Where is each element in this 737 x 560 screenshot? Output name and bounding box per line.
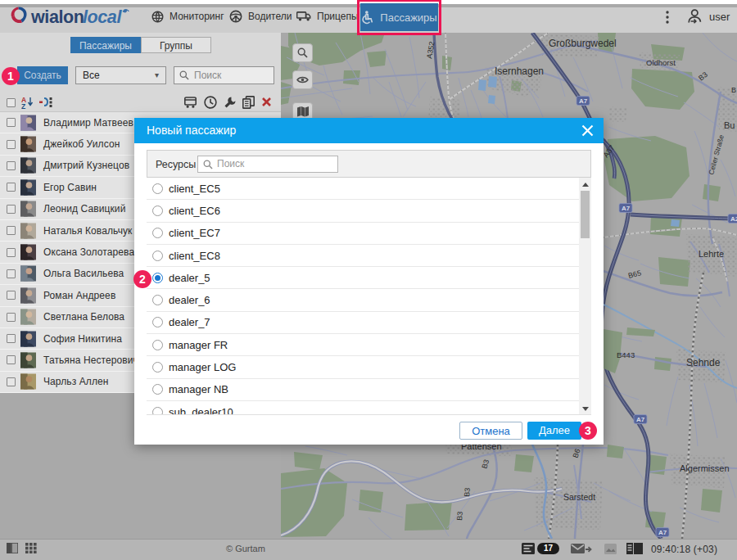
svg-text:A7: A7 xyxy=(636,416,645,423)
svg-text:Isernhagen: Isernhagen xyxy=(495,65,544,77)
svg-text:B3: B3 xyxy=(455,511,464,521)
svg-text:Großburgwedel: Großburgwedel xyxy=(549,38,617,49)
svg-text:Oldhorst: Oldhorst xyxy=(646,58,676,67)
svg-text:B: B xyxy=(731,86,736,94)
svg-text:local: local xyxy=(83,7,122,27)
svg-text:Z: Z xyxy=(21,102,25,110)
svg-text:A7: A7 xyxy=(622,205,631,212)
svg-text:A7: A7 xyxy=(658,529,667,536)
svg-text:A7: A7 xyxy=(579,97,588,105)
svg-text:Algermissen: Algermissen xyxy=(680,463,730,473)
svg-text:Bu: Bu xyxy=(724,120,735,130)
svg-text:Sarstedt: Sarstedt xyxy=(563,492,595,502)
svg-text:Sehnde: Sehnde xyxy=(686,357,721,368)
svg-text:B443: B443 xyxy=(617,350,635,359)
svg-text:B3: B3 xyxy=(463,487,472,497)
svg-text:wialon: wialon xyxy=(30,7,84,27)
svg-text:Lehrte: Lehrte xyxy=(699,249,724,259)
svg-text:A2: A2 xyxy=(730,215,737,223)
